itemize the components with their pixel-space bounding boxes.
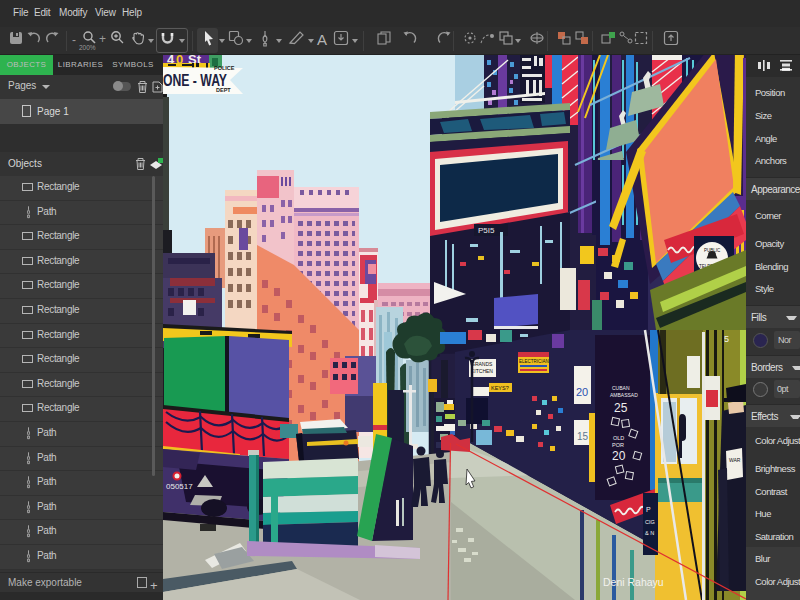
svg-text:15: 15 (577, 431, 589, 442)
svg-text:25: 25 (614, 401, 628, 415)
svg-text:Deni Rahayu: Deni Rahayu (603, 576, 664, 588)
svg-text:POR: POR (612, 442, 624, 448)
svg-text:ELECTRICIAN: ELECTRICIAN (519, 359, 549, 364)
svg-text:OLD: OLD (613, 435, 624, 441)
svg-text:CIG: CIG (645, 519, 655, 525)
svg-text:POLICE: POLICE (214, 65, 235, 71)
svg-text:050517: 050517 (166, 482, 193, 491)
svg-text:WAR: WAR (729, 457, 741, 463)
svg-text:DEPT: DEPT (216, 87, 231, 93)
svg-text:KEYS?: KEYS? (491, 385, 509, 391)
svg-text:GRANDS: GRANDS (471, 361, 493, 367)
svg-text:CUBAN: CUBAN (612, 385, 630, 391)
svg-text:AMBASSAD: AMBASSAD (610, 392, 638, 398)
svg-text:20: 20 (612, 449, 626, 463)
svg-text:P: P (646, 506, 651, 513)
svg-text:& N: & N (645, 530, 654, 536)
svg-text:20: 20 (576, 386, 588, 398)
svg-text:P5I5: P5I5 (478, 226, 495, 235)
svg-text:KITCHEN: KITCHEN (471, 368, 493, 374)
svg-text:5: 5 (724, 334, 729, 344)
